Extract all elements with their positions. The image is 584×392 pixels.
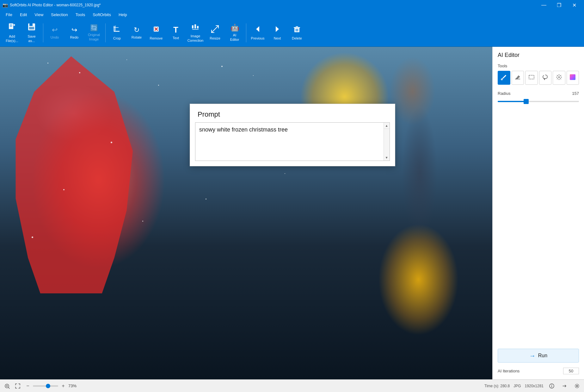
text-icon: T <box>173 25 178 35</box>
snow-2 <box>79 72 80 73</box>
zoom-in-button[interactable]: + <box>59 382 67 390</box>
snow-11 <box>63 189 65 190</box>
fullscreen-button[interactable] <box>13 382 22 390</box>
menu-softorbits[interactable]: SoftOrbits <box>89 11 114 18</box>
menu-view[interactable]: View <box>31 11 46 18</box>
prompt-scrollbar: ▲ ▼ <box>384 123 390 161</box>
settings-button[interactable] <box>573 382 581 390</box>
snow-5 <box>221 66 223 67</box>
gradient-icon <box>569 74 576 82</box>
text-label: Text <box>173 36 179 40</box>
radius-slider[interactable] <box>498 98 579 105</box>
lasso-tool-button[interactable] <box>539 71 552 85</box>
canvas-area[interactable]: Prompt snowy white frozen christmass tre… <box>0 47 492 379</box>
svg-line-29 <box>560 75 561 76</box>
magic-wand-tool-button[interactable] <box>553 71 565 85</box>
ai-iterations-label: AI Iterations <box>498 369 519 373</box>
svg-point-20 <box>501 78 503 80</box>
prompt-textarea[interactable]: snowy white frozen christmass tree <box>195 123 384 161</box>
undo-label: Undo <box>51 35 59 40</box>
maximize-button[interactable]: ❐ <box>552 0 566 10</box>
prompt-textarea-container: snowy white frozen christmass tree ▲ ▼ <box>195 122 390 161</box>
undo-icon: ↩ <box>52 26 58 34</box>
redo-button[interactable]: ↪ Redo <box>65 21 84 45</box>
svg-marker-15 <box>276 26 279 32</box>
prompt-scroll-track <box>384 129 390 154</box>
separator-1 <box>43 23 43 42</box>
resize-label: Resize <box>210 36 220 40</box>
gradient-tool-button[interactable] <box>567 71 579 85</box>
save-as-icon <box>27 22 36 33</box>
minimize-button[interactable]: — <box>537 0 551 10</box>
zoom-out-button[interactable]: − <box>24 382 32 390</box>
svg-point-31 <box>558 77 560 78</box>
svg-point-39 <box>551 384 552 385</box>
rect-select-tool-button[interactable] <box>525 71 538 85</box>
app-icon: 📷 <box>3 3 8 8</box>
svg-point-40 <box>576 385 578 387</box>
save-as-button[interactable]: Saveas... <box>22 21 41 45</box>
status-format: JPG <box>513 384 521 388</box>
snow-6 <box>253 75 254 76</box>
svg-rect-10 <box>192 25 194 28</box>
resize-icon <box>211 25 219 35</box>
menu-help[interactable]: Help <box>115 11 130 18</box>
prompt-dialog: Prompt snowy white frozen christmass tre… <box>190 104 395 166</box>
resize-button[interactable]: Resize <box>206 21 224 45</box>
remove-button[interactable]: Remove <box>147 21 166 45</box>
svg-line-28 <box>560 78 561 79</box>
prompt-scroll-up[interactable]: ▲ <box>384 123 390 129</box>
ai-editor-button[interactable]: 🤖 AIEditor <box>225 21 244 45</box>
zoom-slider-thumb[interactable] <box>46 384 50 388</box>
rotate-label: Rotate <box>132 35 142 40</box>
svg-rect-6 <box>29 23 33 26</box>
ai-editor-panel-title: AI Editor <box>498 52 579 58</box>
snow-8 <box>111 142 112 143</box>
share-button[interactable] <box>560 382 569 390</box>
menu-tools[interactable]: Tools <box>72 11 88 18</box>
snow-4 <box>158 85 159 86</box>
previous-button[interactable]: Previous <box>248 21 267 45</box>
svg-marker-14 <box>256 26 259 32</box>
add-file-button[interactable]: AddFile(s)... <box>3 21 22 45</box>
eraser-tool-button[interactable] <box>512 71 524 85</box>
run-button[interactable]: → Run <box>498 349 579 363</box>
radius-row: Radius 157 <box>498 91 579 96</box>
slider-thumb[interactable] <box>524 99 529 104</box>
snow-12 <box>142 221 143 222</box>
zoom-slider[interactable] <box>33 385 58 387</box>
svg-rect-11 <box>194 24 196 28</box>
text-button[interactable]: T Text <box>166 21 185 45</box>
zoom-control: − + 73% <box>24 382 79 390</box>
original-image-button[interactable]: 🔄 OriginalImage <box>84 21 103 45</box>
menu-file[interactable]: File <box>3 11 15 18</box>
snow-1 <box>47 63 48 64</box>
image-correction-button[interactable]: ImageCorrection <box>186 21 205 45</box>
prompt-dialog-title: Prompt <box>190 104 395 122</box>
status-bar-left: − + 73% <box>3 382 482 390</box>
zoom-fit-button[interactable] <box>3 382 11 390</box>
close-button[interactable]: ✕ <box>567 0 581 10</box>
radius-value: 157 <box>572 91 579 96</box>
info-button[interactable] <box>547 382 556 390</box>
rect-select-icon <box>528 74 535 82</box>
delete-button[interactable]: Delete <box>287 21 306 45</box>
menu-edit[interactable]: Edit <box>17 11 30 18</box>
next-button[interactable]: Next <box>268 21 287 45</box>
previous-icon <box>254 25 262 35</box>
brush-tool-button[interactable] <box>498 71 510 85</box>
canvas-image: Prompt snowy white frozen christmass tre… <box>0 47 492 379</box>
tools-row <box>498 71 579 85</box>
delete-label: Delete <box>292 36 302 40</box>
crop-button[interactable]: Crop <box>108 21 126 45</box>
status-bar: − + 73% Time (s): 280.8 JPG 1920x1281 <box>0 379 584 392</box>
ai-iterations-row: AI Iterations 50 <box>498 368 579 374</box>
undo-button[interactable]: ↩ Undo <box>45 21 64 45</box>
next-icon <box>273 25 281 35</box>
svg-rect-32 <box>570 74 575 80</box>
ai-editor-label: AIEditor <box>230 33 239 41</box>
prompt-scroll-down[interactable]: ▼ <box>384 154 390 161</box>
remove-label: Remove <box>150 36 163 40</box>
menu-selection[interactable]: Selection <box>48 11 71 18</box>
rotate-button[interactable]: ↻ Rotate <box>127 21 146 45</box>
